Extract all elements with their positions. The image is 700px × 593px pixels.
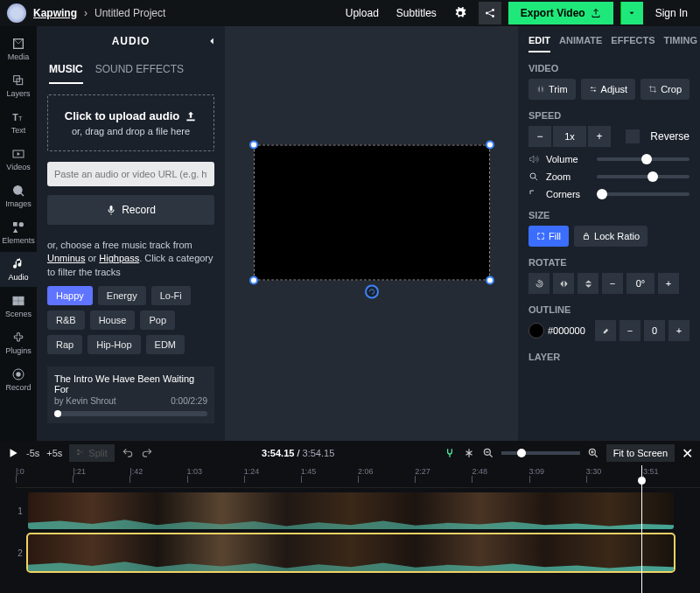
zoom-in-button[interactable] <box>587 447 599 459</box>
sidenav-media[interactable]: Media <box>0 31 37 66</box>
sidenav-audio[interactable]: Audio <box>0 252 37 287</box>
audio-url-input[interactable] <box>47 162 214 186</box>
undo-button[interactable] <box>122 447 134 459</box>
resize-handle-bl[interactable] <box>249 276 258 285</box>
sidenav-layers[interactable]: Layers <box>0 68 37 103</box>
speed-increase[interactable]: + <box>588 126 611 147</box>
timeline-zoom-slider[interactable] <box>501 451 580 455</box>
genre-chip-lofi[interactable]: Lo-Fi <box>151 286 191 305</box>
record-button[interactable]: Record <box>47 195 214 225</box>
upload-link[interactable]: Upload <box>340 7 384 19</box>
rotate-increase[interactable]: + <box>658 273 679 294</box>
unminus-link[interactable]: Unminus <box>47 253 85 263</box>
zoom-slider[interactable] <box>597 175 690 178</box>
timeline-ruler[interactable]: |:0 |:21 |:42 1:03 1:24 1:45 2:06 2:27 2… <box>16 465 700 488</box>
rotate-section-label: ROTATE <box>528 257 690 268</box>
genre-chip-house[interactable]: House <box>90 310 136 330</box>
upload-audio-dropzone[interactable]: Click to upload audio or, drag and drop … <box>47 94 214 151</box>
canvas-area[interactable] <box>225 26 518 441</box>
genre-chip-rnb[interactable]: R&B <box>47 310 85 330</box>
outline-decrease[interactable]: − <box>620 320 640 341</box>
music-tab[interactable]: MUSIC <box>49 56 83 84</box>
share-icon[interactable] <box>479 2 501 24</box>
close-timeline-button[interactable]: ✕ <box>682 445 693 462</box>
genre-chip-hiphop[interactable]: Hip-Hop <box>88 335 140 354</box>
genre-chip-energy[interactable]: Energy <box>98 286 146 305</box>
adjust-button[interactable]: Adjust <box>581 79 636 100</box>
settings-icon[interactable] <box>449 2 472 24</box>
outline-color-swatch[interactable] <box>528 323 544 338</box>
time-display: 3:54.15 / 3:54.15 <box>262 448 334 458</box>
rotate-decrease[interactable]: − <box>602 273 623 294</box>
genre-chip-pop[interactable]: Pop <box>140 310 175 330</box>
outline-increase[interactable]: + <box>668 320 690 341</box>
genre-chip-happy[interactable]: Happy <box>47 286 93 305</box>
edit-tab[interactable]: EDIT <box>528 35 550 52</box>
sidenav-videos[interactable]: Videos <box>0 142 37 177</box>
rotate-ccw-button[interactable] <box>528 273 550 294</box>
project-title[interactable]: Untitled Project <box>94 7 165 19</box>
video-clip-2[interactable] <box>28 534 674 571</box>
brand-link[interactable]: Kapwing <box>33 7 77 19</box>
crop-button[interactable]: Crop <box>640 79 690 100</box>
rotate-value: 0° <box>626 273 654 294</box>
flip-h-button[interactable] <box>553 273 574 294</box>
svg-point-19 <box>593 90 595 92</box>
video-element[interactable] <box>254 145 490 281</box>
sidenav-elements[interactable]: Elements <box>0 215 37 250</box>
sound-effects-tab[interactable]: SOUND EFFECTS <box>95 56 184 84</box>
mic-icon <box>106 205 116 215</box>
corners-slider[interactable] <box>597 192 690 196</box>
zoom-out-button[interactable] <box>482 447 494 459</box>
effects-tab[interactable]: EFFECTS <box>611 35 654 52</box>
redo-button[interactable] <box>141 447 153 459</box>
timing-tab[interactable]: TIMING <box>663 35 697 52</box>
genre-chip-rap[interactable]: Rap <box>47 335 82 354</box>
sidenav-plugins[interactable]: Plugins <box>0 325 37 360</box>
svg-text:T: T <box>12 112 18 122</box>
snap-alt-toggle[interactable] <box>463 447 475 459</box>
playhead[interactable] <box>641 465 642 593</box>
subtitles-link[interactable]: Subtitles <box>391 7 442 19</box>
speed-decrease[interactable]: − <box>528 126 551 147</box>
fit-to-screen-button[interactable]: Fit to Screen <box>606 444 675 462</box>
snap-toggle[interactable] <box>444 447 456 459</box>
resize-handle-tr[interactable] <box>486 141 494 150</box>
svg-point-1 <box>492 9 494 11</box>
split-button[interactable]: Split <box>69 444 114 462</box>
highpass-link[interactable]: Highpass <box>99 253 139 263</box>
svg-point-17 <box>16 372 20 376</box>
forward-5s-button[interactable]: +5s <box>46 448 62 458</box>
track-title: The Intro We Have Been Waiting For <box>54 373 207 394</box>
svg-rect-12 <box>13 296 18 300</box>
rotate-handle[interactable] <box>365 285 379 299</box>
lock-ratio-button[interactable]: Lock Ratio <box>574 226 648 247</box>
sidenav-text[interactable]: TTText <box>0 105 37 140</box>
avatar[interactable] <box>7 3 26 23</box>
music-track-item[interactable]: The Intro We Have Been Waiting For by Ke… <box>47 366 214 423</box>
flip-v-button[interactable] <box>578 273 598 294</box>
play-button[interactable] <box>7 447 19 459</box>
eyedropper-button[interactable] <box>595 320 616 341</box>
fill-button[interactable]: Fill <box>528 226 569 247</box>
outline-color-value: #000000 <box>548 325 592 336</box>
svg-rect-10 <box>13 222 18 227</box>
reverse-checkbox[interactable] <box>626 129 640 143</box>
sidenav-images[interactable]: Images <box>0 178 37 213</box>
sidenav-record[interactable]: Record <box>0 362 37 397</box>
track-progress[interactable] <box>54 411 207 416</box>
svg-rect-15 <box>19 302 24 305</box>
back-5s-button[interactable]: -5s <box>26 448 39 458</box>
genre-chip-edm[interactable]: EDM <box>146 335 185 354</box>
animate-tab[interactable]: ANIMATE <box>559 35 602 52</box>
export-button[interactable]: Export Video <box>508 2 613 24</box>
collapse-panel-icon[interactable] <box>206 35 218 47</box>
sign-in-link[interactable]: Sign In <box>650 7 693 19</box>
video-clip-1[interactable] <box>28 492 674 529</box>
resize-handle-tl[interactable] <box>249 141 258 150</box>
trim-button[interactable]: Trim <box>528 79 576 100</box>
export-dropdown[interactable] <box>620 2 643 24</box>
volume-slider[interactable] <box>597 157 690 161</box>
resize-handle-br[interactable] <box>486 276 494 285</box>
sidenav-scenes[interactable]: Scenes <box>0 289 37 324</box>
